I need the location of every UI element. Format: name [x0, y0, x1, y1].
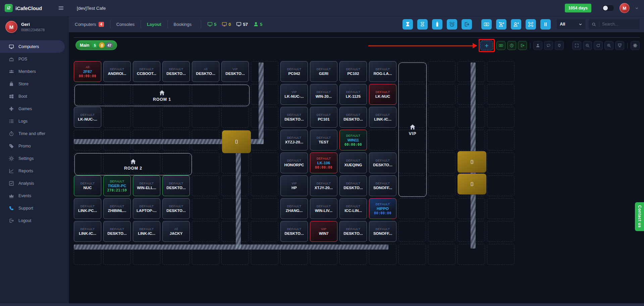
search-input[interactable] — [599, 22, 638, 27]
computer-tile-deskto[interactable]: DEFAULTDESKTO... — [280, 221, 308, 242]
computer-tile-lk-nuc[interactable]: DEFAULTLK-NUC — [369, 84, 396, 105]
checkout-button[interactable] — [518, 41, 527, 50]
computer-tile-nuc[interactable]: DEFAULTNUC — [74, 175, 101, 196]
add-member-button[interactable] — [511, 19, 521, 30]
computer-tile-lk-nuc-[interactable]: DEFAULTLK-NUC-... — [74, 107, 101, 128]
computer-tile-sonoff[interactable]: DEFAULTSONOFF... — [369, 175, 396, 196]
tab-consoles[interactable]: Consoles — [110, 20, 141, 28]
computer-tile-deskto[interactable]: DEFAULTDESKTO... — [339, 221, 367, 242]
computer-tile-link-ic[interactable]: DEFAULTLINK-IC... — [74, 221, 101, 242]
zone-tab-main[interactable]: Main 5047 — [75, 40, 117, 50]
computer-tile-hippo[interactable]: DEFAULTHIPPO00:00:00 — [369, 198, 396, 219]
computer-tile-deskto[interactable]: DEFAULTDESKTO... — [280, 107, 308, 128]
computer-tile-win7[interactable]: VIPWIN7 — [310, 221, 337, 242]
computer-tile-deskto[interactable]: DEFAULTDESKTO... — [162, 175, 190, 196]
sign-out-button[interactable] — [462, 19, 472, 30]
computer-tile-jacky[interactable]: AllJACKY — [162, 221, 190, 242]
hourglass-filled-button[interactable] — [402, 19, 413, 30]
computer-filter-select[interactable]: All — [557, 19, 585, 29]
power-button[interactable] — [555, 41, 564, 50]
sidebar-item-logout[interactable]: Logout — [0, 214, 69, 227]
computer-tile-lk-nuc-[interactable]: VIPLK-NUC-... — [280, 84, 308, 105]
computer-tile-win-20[interactable]: DEFAULTWIN-20... — [310, 84, 337, 105]
computer-tile-zhibinl[interactable]: DEFAULTZHIBINL... — [103, 198, 131, 219]
sidebar-item-promo[interactable]: Promo — [0, 140, 69, 152]
computer-tile-ccboot[interactable]: DEFAULTCCBOOT... — [133, 61, 160, 82]
user-avatar[interactable]: M — [620, 3, 630, 13]
computer-tile-tiger-pc[interactable]: DEFAULTTIGER-PC278:21:59 — [103, 175, 131, 196]
zoom-in-button[interactable] — [604, 41, 613, 50]
theme-toggle[interactable] — [602, 5, 614, 11]
computer-tile-rog-la[interactable]: DEFAULTROG-LA... — [369, 61, 396, 82]
chat-button[interactable] — [544, 41, 553, 50]
sidebar-item-pos[interactable]: POS — [0, 53, 69, 65]
computer-tile-icc-lin[interactable]: DEFAULTICC-LIN... — [339, 198, 367, 219]
computer-tile-win-ell[interactable]: DEFAULTWIN-ELL... — [133, 175, 160, 196]
sidebar-item-reports[interactable]: Reports — [0, 165, 69, 177]
computer-tile-win11[interactable]: DEFAULTWIN1100:00:00 — [339, 130, 367, 150]
sidebar-item-boot[interactable]: Boot — [0, 90, 69, 102]
computer-tile-test[interactable]: DEFAULTTEST — [310, 130, 337, 150]
computer-tile-androi[interactable]: DEFAULTANDROI... — [103, 61, 131, 82]
sidebar-item-games[interactable]: Games — [0, 102, 69, 115]
computer-tile-sonoff[interactable]: DEFAULTSONOFF... — [369, 221, 396, 242]
screenshot-button[interactable] — [526, 19, 536, 30]
cash-button[interactable] — [481, 19, 492, 30]
reset-view-button[interactable] — [594, 41, 603, 50]
computer-tile-win-liv[interactable]: DEFAULTWIN-LIV... — [310, 198, 337, 219]
layout-settings-button[interactable] — [631, 41, 640, 50]
computer-tile-pc101[interactable]: DEFAULTPC101 — [310, 107, 337, 128]
computer-tile-hp[interactable]: VIPHP — [280, 175, 308, 196]
computer-tile-link-pc[interactable]: DEFAULTLINK-PC... — [74, 198, 101, 219]
hourglass-button[interactable] — [417, 19, 428, 30]
computer-tile-deskto[interactable]: AllDESKTO... — [192, 61, 219, 82]
member-button[interactable] — [533, 41, 542, 50]
tab-computers[interactable]: Computers4 — [75, 20, 110, 28]
pause-button[interactable] — [540, 19, 551, 30]
chevron-down-icon[interactable] — [635, 6, 639, 10]
sidebar-item-computers[interactable]: Computers — [0, 40, 65, 53]
add-computer-button[interactable] — [480, 41, 493, 50]
tab-bookings[interactable]: Bookings — [167, 20, 198, 28]
battery-button[interactable] — [432, 19, 442, 30]
tab-layout[interactable]: Layout — [141, 20, 167, 28]
fit-view-button[interactable] — [572, 41, 581, 50]
computer-tile-xueqing[interactable]: DEFAULTXUEQING — [339, 152, 367, 173]
computer-tile-deskto[interactable]: DEFAULTDESKTO... — [162, 198, 190, 219]
bottom-scrollbar[interactable] — [0, 303, 644, 306]
computer-tile-deskto[interactable]: DEFAULTDESKTO... — [162, 61, 190, 82]
computer-tile-2f87[interactable]: All2F8700:00:00 — [74, 61, 101, 82]
add-member-star-button[interactable] — [496, 19, 506, 30]
computer-tile-lk-106[interactable]: DEFAULTLK-10600:00:00 — [310, 152, 337, 173]
presentation-button[interactable] — [615, 41, 624, 50]
sidebar-item-settings[interactable]: Settings — [0, 152, 69, 165]
sidebar-item-logs[interactable]: Logs — [0, 115, 69, 127]
computer-tile-xtzj-20[interactable]: DEFAULTXTZJ-20... — [280, 130, 308, 150]
computer-tile-pc042[interactable]: DEFAULTPC042 — [280, 61, 308, 82]
zoom-out-button[interactable] — [583, 41, 592, 50]
menu-toggle-icon[interactable] — [58, 5, 64, 11]
sidebar-item-support[interactable]: Support — [0, 202, 69, 214]
computer-tile-link-ic[interactable]: DEFAULTLINK-IC... — [133, 221, 160, 242]
computer-tile-laptop-[interactable]: DEFAULTLAPTOP-... — [133, 198, 160, 219]
contact-us-button[interactable]: Contact us — [635, 202, 644, 231]
computer-tile-geri[interactable]: DEFAULTGERI — [310, 61, 337, 82]
sidebar-item-analysis[interactable]: Analysis — [0, 177, 69, 189]
charge-button[interactable] — [496, 41, 505, 50]
sidebar-item-members[interactable]: Members — [0, 65, 69, 78]
computer-tile-xtjy-20[interactable]: DEFAULTXTJY-20... — [310, 175, 337, 196]
sidebar-item-time-and-offer[interactable]: Time and offer — [0, 127, 69, 140]
computer-tile-deskto[interactable]: DEFAULTDESKTO... — [369, 152, 396, 173]
computer-tile-pc102[interactable]: DEFAULTPC102 — [339, 61, 367, 82]
computer-tile-deskto[interactable]: VIPDESKTO... — [221, 61, 249, 82]
alarm-button[interactable] — [447, 19, 457, 30]
computer-tile-lk-1125[interactable]: DEFAULTLK-1125 — [339, 84, 367, 105]
computer-tile-deskto[interactable]: DEFAULTDESKTO... — [103, 221, 131, 242]
subscription-days-badge[interactable]: 1054 days — [565, 4, 591, 12]
computer-tile-zhang[interactable]: DEFAULTZHANG... — [280, 198, 308, 219]
computer-tile-deskto[interactable]: DEFAULTDESKTO... — [339, 175, 367, 196]
time-button[interactable] — [507, 41, 516, 50]
sidebar-item-events[interactable]: Events — [0, 189, 69, 202]
computer-tile-honorpc[interactable]: DEFAULTHONORPC — [280, 152, 308, 173]
computer-tile-deskto[interactable]: DEFAULTDESKTO... — [339, 107, 367, 128]
